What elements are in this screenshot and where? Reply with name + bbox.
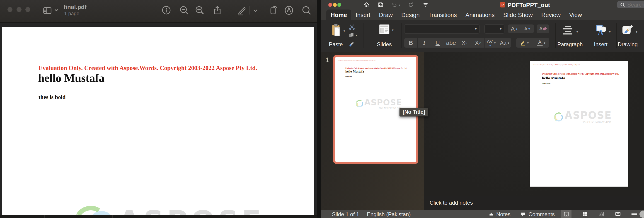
tab-design[interactable]: Design: [397, 10, 424, 20]
preview-toolbar: final.pdf 1 page: [0, 0, 317, 23]
zoom-slider-handle[interactable]: [640, 210, 644, 218]
dropdown-arrow-icon[interactable]: ▾: [508, 42, 510, 44]
chevron-down-icon[interactable]: [53, 7, 60, 14]
customize-toolbar-icon[interactable]: [422, 2, 429, 8]
dropdown-arrow-icon[interactable]: ▾: [527, 42, 529, 44]
character-spacing-button[interactable]: AV↔ ▾: [485, 38, 498, 48]
close-button[interactable]: [8, 7, 12, 12]
underline-button[interactable]: U: [431, 38, 444, 48]
paragraph-button[interactable]: Paragraph: [556, 41, 584, 48]
slide-number: 1: [326, 56, 329, 64]
paragraph-align-icon[interactable]: [561, 24, 575, 37]
comments-icon[interactable]: [520, 212, 526, 217]
dropdown-arrow-icon[interactable]: ▾: [544, 42, 546, 44]
slide-canvas[interactable]: Evaluation Only. Created with Aspose.PDF…: [530, 61, 628, 186]
powerpoint-body: 1 Evaluation Only. Created with Aspose.P…: [321, 52, 644, 218]
font-size-adjust-group: A▲ A▼: [508, 24, 534, 33]
paste-icon[interactable]: [330, 23, 342, 38]
slideshow-button[interactable]: [613, 210, 623, 218]
tab-transitions[interactable]: Transitions: [424, 10, 461, 20]
search-input[interactable]: [627, 1, 644, 8]
dropdown-arrow-icon[interactable]: ▾: [494, 42, 496, 44]
paragraph-dropdown-arrow-icon[interactable]: ▾: [576, 30, 578, 33]
paste-button[interactable]: Paste: [326, 41, 346, 48]
slides-layout-icon[interactable]: [378, 24, 390, 34]
language-selector[interactable]: English (Pakistan): [367, 211, 410, 218]
markup-icon[interactable]: [236, 5, 247, 16]
insert-button[interactable]: Insert: [588, 41, 613, 48]
sign-icon[interactable]: [284, 5, 294, 16]
reading-view-button[interactable]: [596, 210, 606, 218]
bold-button[interactable]: B: [404, 38, 418, 48]
info-icon[interactable]: [161, 5, 172, 16]
italic-button[interactable]: I: [418, 38, 431, 48]
insert-text-icon[interactable]: A: [594, 24, 608, 37]
minimize-button[interactable]: [333, 3, 337, 7]
copy-dropdown-arrow-icon[interactable]: ▾: [356, 34, 357, 36]
tab-slide-show[interactable]: Slide Show: [499, 10, 537, 20]
markup-options-chevron-icon[interactable]: [252, 7, 259, 14]
font-name-combobox[interactable]: ▼: [404, 24, 480, 34]
no-title-tooltip: [No Title]: [400, 108, 428, 116]
dock-divider: [112, 215, 113, 218]
zoom-window-button[interactable]: [338, 3, 341, 7]
drawing-button[interactable]: Drawing: [615, 41, 640, 48]
font-size-combobox[interactable]: ▼: [484, 24, 504, 34]
search-field[interactable]: [617, 1, 644, 8]
pdf-page[interactable]: Evaluation Only. Created with Aspose.Wor…: [2, 27, 314, 215]
save-icon[interactable]: [378, 2, 384, 8]
tab-review[interactable]: Review: [537, 10, 565, 20]
thumb-pdf-line: Evaluation Only. Created with Aspose.PDF…: [338, 60, 376, 61]
dropdown-arrow-icon[interactable]: ▼: [474, 28, 477, 30]
slides-button[interactable]: Slides: [373, 41, 396, 48]
slide-sorter-button[interactable]: [580, 210, 590, 218]
comments-toggle[interactable]: Comments: [528, 211, 555, 218]
clear-formatting-button[interactable]: A: [536, 24, 549, 33]
undo-dropdown-arrow-icon[interactable]: ▾: [399, 4, 400, 6]
copy-icon[interactable]: [348, 32, 355, 38]
tab-animations[interactable]: Animations: [461, 10, 499, 20]
decrease-font-size-button[interactable]: A▼: [521, 24, 534, 33]
tab-insert[interactable]: Insert: [351, 10, 374, 20]
minimize-button[interactable]: [16, 7, 22, 12]
font-color-swatch: [537, 45, 543, 46]
notes-toggle[interactable]: Notes: [496, 211, 510, 218]
subscript-button[interactable]: X2: [471, 38, 485, 48]
format-painter-icon[interactable]: [348, 41, 355, 48]
zoom-in-icon[interactable]: [194, 5, 205, 16]
notes-icon[interactable]: [488, 212, 494, 217]
normal-view-button[interactable]: [561, 210, 572, 218]
sidebar-icon[interactable]: [42, 6, 52, 16]
slides-dropdown-arrow-icon[interactable]: ▾: [392, 28, 394, 32]
superscript-button[interactable]: X2: [458, 38, 471, 48]
share-icon[interactable]: [212, 5, 222, 16]
close-button[interactable]: [328, 3, 332, 7]
notes-placeholder[interactable]: Click to add notes: [430, 200, 473, 206]
slide-watermark: ASPOSE Your File Format APIs: [542, 110, 624, 124]
zoom-out-icon[interactable]: [179, 5, 189, 16]
tab-draw[interactable]: Draw: [374, 10, 397, 20]
tab-view[interactable]: View: [565, 10, 586, 20]
home-icon[interactable]: [364, 2, 370, 8]
strikethrough-button[interactable]: abe: [444, 38, 458, 48]
redo-icon[interactable]: [408, 2, 414, 8]
preview-page-count: 1 page: [64, 11, 79, 16]
drawing-dropdown-arrow-icon[interactable]: ▾: [636, 30, 638, 33]
zoom-window-button[interactable]: [26, 7, 30, 12]
zoom-out-button[interactable]: [631, 214, 637, 214]
increase-font-size-button[interactable]: A▲: [508, 24, 521, 33]
change-case-button[interactable]: Aa ▾: [498, 38, 511, 48]
cut-icon[interactable]: [348, 24, 355, 30]
highlight-button[interactable]: ▾: [516, 38, 533, 48]
drawing-brush-icon[interactable]: [621, 24, 634, 37]
tab-home[interactable]: Home: [326, 10, 351, 20]
eraser-icon: [543, 27, 547, 30]
font-color-button[interactable]: A ▾: [533, 38, 550, 48]
undo-icon[interactable]: [391, 2, 398, 8]
dropdown-arrow-icon[interactable]: ▼: [499, 28, 502, 30]
notes-pane[interactable]: Click to add notes: [424, 196, 644, 210]
search-icon[interactable]: [301, 5, 312, 16]
rotate-icon[interactable]: [268, 5, 278, 16]
paste-dropdown-arrow-icon[interactable]: ▾: [344, 30, 345, 32]
insert-dropdown-arrow-icon[interactable]: ▾: [609, 30, 611, 33]
